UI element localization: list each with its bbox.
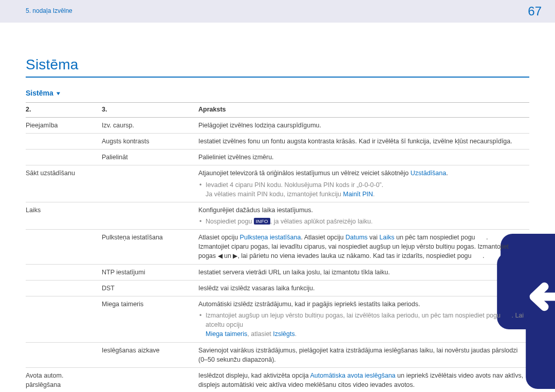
text: Nospiediet pogu xyxy=(206,218,254,225)
list-item: Izmantojiet augšup un lejup vērsto bulti… xyxy=(198,311,524,339)
text: Izmantojiet augšup un lejup vērsto bulti… xyxy=(206,312,502,319)
col-header-3: 3. xyxy=(102,102,198,117)
cell-level2 xyxy=(26,134,102,150)
text: . Atlasiet opciju xyxy=(301,234,345,241)
table-row: Augsts kontrasts Iestatiet izvēlnes fonu… xyxy=(26,134,529,150)
subsection-label: Sistēma xyxy=(26,89,53,97)
bullet-list: Nospiediet pogu INFO, ja vēlaties aplūko… xyxy=(198,217,524,226)
text: Automātiski izslēdz izstrādājumu, kad ir… xyxy=(198,301,420,308)
col-header-2: 2. xyxy=(26,102,102,117)
subsection-heading: Sistēma ▼ xyxy=(26,88,529,98)
text: , ja vēlaties aplūkot pašreizējo laiku. xyxy=(270,218,373,225)
link-mainit-pin[interactable]: Mainīt PIN xyxy=(343,191,373,198)
text: un xyxy=(223,252,233,259)
cell-level2: Sākt uzstādīšanu xyxy=(26,165,102,202)
cell-level2 xyxy=(26,230,102,265)
cell-level3: Izv. caursp. xyxy=(102,118,198,134)
list-item: Nospiediet pogu INFO, ja vēlaties aplūko… xyxy=(198,217,524,226)
settings-table: 2. 3. Apraksts Pieejamība Izv. caursp. P… xyxy=(26,102,529,392)
link-auto-avota[interactable]: Automātiska avota ieslēgšana xyxy=(310,372,396,379)
enter-icon xyxy=(477,234,486,240)
link-pulkstena[interactable]: Pulksteņa iestatīšana xyxy=(240,234,301,241)
link-laiks[interactable]: Laiks xyxy=(379,234,394,241)
title-rule xyxy=(26,77,529,78)
cell-level3: Miega taimeris xyxy=(102,296,198,343)
cell-level3 xyxy=(102,165,198,202)
text: Ieslēdzot displeju, kad aktivizēta opcij… xyxy=(198,372,310,379)
cell-level3 xyxy=(102,367,198,392)
table-header-row: 2. 3. Apraksts xyxy=(26,102,529,117)
cell-desc: Iestatiet izvēlnes fonu un fontu augsta … xyxy=(198,134,529,150)
cell-desc: Savienojot vairākus izstrādājumus, pielā… xyxy=(198,342,529,367)
table-row: Ieslēgšanas aizkave Savienojot vairākus … xyxy=(26,342,529,367)
text: Ievadiet 4 ciparu PIN kodu. Noklusējuma … xyxy=(206,181,383,189)
cell-desc: Palieliniet izvēlnes izmēru. xyxy=(198,150,529,165)
cell-level2 xyxy=(26,296,102,343)
text: Ja vēlaties mainīt PIN kodu, izmantojiet… xyxy=(206,191,343,198)
cell-level3: DST xyxy=(102,280,198,296)
cell-level2 xyxy=(26,150,102,165)
bullet-list: Ievadiet 4 ciparu PIN kodu. Noklusējuma … xyxy=(198,180,524,199)
cell-level2 xyxy=(26,280,102,296)
table-row: Avota autom. pārslēgšana Ieslēdzot displ… xyxy=(26,367,529,392)
text: . xyxy=(373,191,375,198)
enter-icon xyxy=(473,252,483,259)
enter-icon xyxy=(502,312,511,319)
cell-desc: Konfigurējiet dažādus laika iestatījumus… xyxy=(198,202,529,229)
cell-level2 xyxy=(26,264,102,280)
text: Atlasiet opciju xyxy=(198,234,240,241)
cell-level2 xyxy=(26,342,102,367)
table-row: Palielināt Palieliniet izvēlnes izmēru. xyxy=(26,150,529,165)
cell-level3: Augsts kontrasts xyxy=(102,134,198,150)
text: . xyxy=(486,234,488,241)
table-row: Sākt uzstādīšanu Atjaunojiet televizorā … xyxy=(26,165,529,202)
text: un pēc tam nospiediet pogu xyxy=(395,234,477,241)
page-number: 67 xyxy=(528,3,542,21)
table-row: Miega taimeris Automātiski izslēdz izstr… xyxy=(26,296,529,343)
table-row: Laiks Konfigurējiet dažādus laika iestat… xyxy=(26,202,529,229)
text: . xyxy=(483,252,484,259)
info-button-icon: INFO xyxy=(254,218,270,225)
text: Konfigurējiet dažādus laika iestatījumus… xyxy=(198,207,313,214)
table-row: Pieejamība Izv. caursp. Pielāgojiet izvē… xyxy=(26,118,529,134)
triangle-down-icon: ▼ xyxy=(55,90,62,97)
page-title: Sistēma xyxy=(26,54,529,76)
table-row: NTP iestatījumi Iestatiet servera vietrā… xyxy=(26,264,529,280)
table-row: DST Ieslēdz vai izslēdz vasaras laika fu… xyxy=(26,280,529,296)
cell-level2: Avota autom. pārslēgšana xyxy=(26,367,102,392)
arrow-left-icon: ◀ xyxy=(218,252,223,260)
cell-level3: Pulksteņa iestatīšana xyxy=(102,230,198,265)
text: Atjaunojiet televizorā tā oriģinālos ies… xyxy=(198,170,411,177)
cell-desc: Atlasiet opciju Pulksteņa iestatīšana. A… xyxy=(198,230,529,265)
col-header-desc: Apraksts xyxy=(198,102,529,117)
text: . xyxy=(446,170,448,177)
breadcrumb: 5. nodaļa Izvēlne xyxy=(26,7,72,15)
link-datums[interactable]: Datums xyxy=(345,234,367,241)
cell-level3: Ieslēgšanas aizkave xyxy=(102,342,198,367)
table-row: Pulksteņa iestatīšana Atlasiet opciju Pu… xyxy=(26,230,529,265)
cell-desc: Pielāgojiet izvēlnes lodziņa caurspīdīgu… xyxy=(198,118,529,134)
cell-level3 xyxy=(102,202,198,229)
cell-level2: Laiks xyxy=(26,202,102,229)
link-miega-taimeris[interactable]: Miega taimeris xyxy=(206,330,247,338)
bullet-list: Izmantojiet augšup un lejup vērsto bulti… xyxy=(198,311,524,339)
cell-level2: Pieejamība xyxy=(26,118,102,134)
link-izslegs[interactable]: Izslēgts xyxy=(273,330,294,338)
cell-desc: Atjaunojiet televizorā tā oriģinālos ies… xyxy=(198,165,529,202)
link-uzstadisana[interactable]: Uzstādīšana xyxy=(411,170,446,177)
text: , atlasiet xyxy=(247,330,273,338)
cell-desc: Ieslēdzot displeju, kad aktivizēta opcij… xyxy=(198,367,529,392)
cell-level3: NTP iestatījumi xyxy=(102,264,198,280)
text: vai xyxy=(367,234,379,241)
cell-level3: Palielināt xyxy=(102,150,198,165)
text: . xyxy=(295,330,297,338)
list-item: Ievadiet 4 ciparu PIN kodu. Noklusējuma … xyxy=(198,180,524,199)
text: , lai pārietu no viena ievades lauka uz … xyxy=(237,252,473,259)
